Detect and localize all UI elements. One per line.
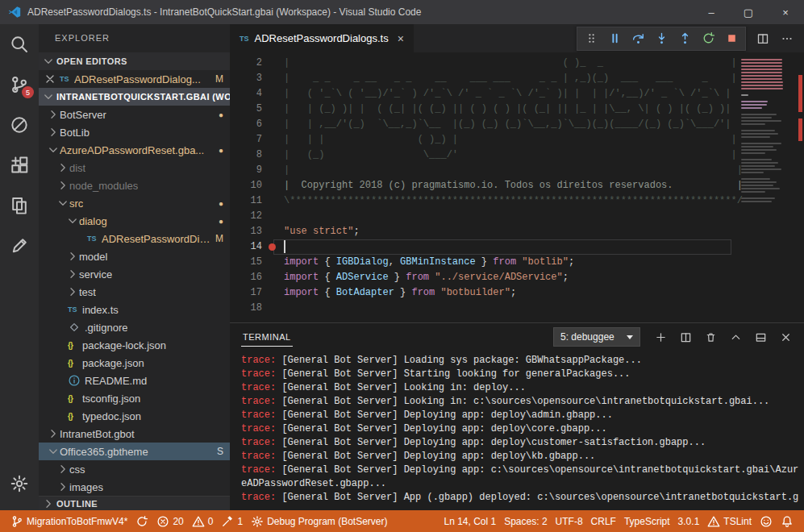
line-number[interactable]: 3: [230, 71, 262, 86]
line-number[interactable]: 10: [230, 178, 262, 193]
status-sync[interactable]: [131, 510, 152, 532]
tree-item-package-json[interactable]: {}package.json: [39, 354, 230, 372]
open-editor-item-adresetpassworddialog[interactable]: TSADResetPasswordDialog...M: [39, 70, 230, 88]
editor[interactable]: 23456789101112131415161718 | ( )_ _ || _…: [230, 52, 804, 322]
status-notifications[interactable]: [777, 510, 798, 532]
line-number[interactable]: 15: [230, 255, 262, 270]
activity-bar-item-debug[interactable]: [0, 105, 39, 145]
tree-item-intranetbot-gbot[interactable]: IntranetBot.gbot: [39, 425, 230, 443]
tree-item-images[interactable]: images: [39, 478, 230, 496]
tree-item-azureadpasswordreset-gba[interactable]: AzureADPasswordReset.gba...●: [39, 141, 230, 159]
tree-item-gitignore[interactable]: .gitignore: [39, 318, 230, 336]
minimap-line: [741, 146, 773, 148]
tree-item-model[interactable]: model: [39, 247, 230, 265]
code-area[interactable]: | ( )_ _ || _ _ _ __ _ _ __ ___ ___ _ _ …: [267, 52, 804, 322]
line-number[interactable]: 9: [230, 163, 262, 178]
line-number[interactable]: 6: [230, 117, 262, 132]
more-actions-button[interactable]: [777, 28, 798, 49]
line-number[interactable]: 17: [230, 285, 262, 301]
status-debug-config[interactable]: Debug Program (BotServer): [247, 510, 391, 532]
tree-item-src[interactable]: src●: [39, 194, 230, 212]
status-ts-version[interactable]: 3.0.1: [674, 510, 704, 532]
minimize-button[interactable]: –: [693, 0, 730, 24]
activity-bar-item-pages[interactable]: [0, 185, 39, 226]
status-errors[interactable]: 20: [152, 510, 187, 532]
terminal-output[interactable]: trace: [General Bot Server] Loading sys …: [230, 351, 804, 510]
line-number[interactable]: 2: [230, 56, 262, 71]
tree-item-tsconfig-json[interactable]: {}tsconfig.json: [39, 389, 230, 407]
tree-item-css[interactable]: css: [39, 460, 230, 478]
tree-item-dist[interactable]: dist: [39, 159, 230, 177]
tree-item-dialog[interactable]: dialog●: [39, 212, 230, 230]
tree-item-adresetpassworddial[interactable]: TSADResetPasswordDial...M: [39, 230, 230, 247]
breakpoint-icon[interactable]: [269, 243, 276, 251]
activity-bar-item-settings[interactable]: [0, 463, 39, 504]
line-number[interactable]: 11: [230, 193, 262, 209]
line-number[interactable]: 13: [230, 224, 262, 239]
tab-adresetpassworddialogs-ts[interactable]: TS ADResetPasswordDialogs.ts ×: [230, 24, 414, 52]
outline-section-header[interactable]: OUTLINE: [39, 496, 230, 510]
step-into-button[interactable]: [651, 29, 672, 48]
activity-bar-item-edit[interactable]: [0, 226, 39, 266]
restart-button[interactable]: [698, 29, 719, 48]
status-cursor-position[interactable]: Ln 14, Col 1: [439, 510, 500, 532]
step-out-button[interactable]: [674, 29, 695, 48]
tree-item-index-ts[interactable]: TSindex.ts: [39, 301, 230, 318]
line-number[interactable]: 4: [230, 86, 262, 102]
status-feedback[interactable]: [756, 510, 777, 532]
line-number[interactable]: 7: [230, 132, 262, 148]
tree-item-label: package-lock.json: [82, 339, 166, 351]
edit-tools-icon: [10, 236, 29, 256]
gutter[interactable]: 23456789101112131415161718: [230, 52, 267, 322]
tree-item-typedoc-json[interactable]: {}typedoc.json: [39, 407, 230, 425]
status-branch[interactable]: MigrationToBotFmwV4*: [6, 510, 131, 532]
maximize-panel-button[interactable]: [728, 330, 743, 344]
terminal-select[interactable]: 5: debuggee: [553, 327, 640, 347]
code-line: | ( )_ _ |: [284, 56, 804, 71]
tree-item-test[interactable]: test: [39, 283, 230, 301]
close-button[interactable]: ×: [767, 0, 804, 24]
status-indentation[interactable]: Spaces: 2: [500, 510, 551, 532]
line-number[interactable]: 16: [230, 270, 262, 285]
close-icon[interactable]: [44, 73, 56, 85]
panel-icon: [755, 331, 767, 343]
kill-terminal-button[interactable]: [703, 330, 718, 344]
terminal-line: trace: [General Bot Server] Deploying ap…: [241, 463, 803, 491]
tab-terminal[interactable]: TERMINAL: [241, 327, 293, 347]
activity-bar-item-source-control[interactable]: 5: [0, 64, 39, 105]
status-encoding[interactable]: UTF-8: [552, 510, 587, 532]
activity-bar-item-extensions[interactable]: [0, 145, 39, 185]
tab-close-icon[interactable]: ×: [398, 32, 404, 45]
tree-item-service[interactable]: service: [39, 265, 230, 283]
tree-item-package-lock-json[interactable]: {}package-lock.json: [39, 336, 230, 354]
status-warnings[interactable]: 0: [188, 510, 218, 532]
line-number[interactable]: 12: [230, 209, 262, 224]
activity-bar-item-search[interactable]: [0, 24, 39, 64]
tree-item-node-modules[interactable]: node_modules: [39, 177, 230, 194]
stop-button[interactable]: [721, 29, 742, 48]
status-tslint[interactable]: TSLint: [703, 510, 756, 532]
line-number[interactable]: 14: [230, 239, 262, 255]
maximize-button[interactable]: ▢: [730, 0, 767, 24]
open-editors-header[interactable]: OPEN EDITORS: [39, 52, 230, 70]
line-number[interactable]: 5: [230, 102, 262, 117]
minimap[interactable]: [739, 54, 786, 317]
close-panel-button[interactable]: [778, 330, 793, 344]
tree-item-botserver[interactable]: BotServer●: [39, 106, 230, 123]
status-tasks[interactable]: 1: [217, 510, 247, 532]
pause-button[interactable]: [604, 29, 625, 48]
new-terminal-button[interactable]: [653, 330, 668, 344]
move-panel-button[interactable]: [753, 330, 768, 344]
tree-item-office365-gbtheme[interactable]: Office365.gbthemeS: [39, 443, 230, 460]
status-eol[interactable]: CRLF: [587, 510, 620, 532]
workspace-section-header[interactable]: INTRANETBOTQUICKSTART.GBAI (WO...: [39, 88, 230, 106]
split-terminal-button[interactable]: [678, 330, 693, 344]
step-over-button[interactable]: [627, 29, 648, 48]
file-tree: BotServer●BotLibAzureADPasswordReset.gba…: [39, 106, 230, 496]
status-language[interactable]: TypeScript: [620, 510, 674, 532]
tree-item-botlib[interactable]: BotLib: [39, 123, 230, 141]
line-number[interactable]: 18: [230, 301, 262, 316]
line-number[interactable]: 8: [230, 148, 262, 163]
split-editor-button[interactable]: [752, 28, 773, 49]
tree-item-readme-md[interactable]: README.md: [39, 372, 230, 389]
